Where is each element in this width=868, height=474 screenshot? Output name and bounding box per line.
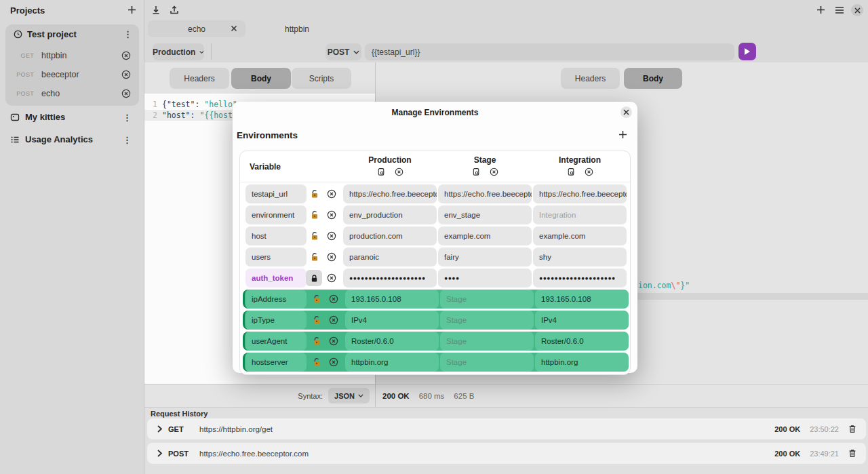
environment-selector[interactable]: Production xyxy=(153,43,204,60)
variable-name-input[interactable]: ipAddress xyxy=(245,290,307,309)
variable-name-input[interactable]: testapi_url xyxy=(245,184,307,203)
variable-name-input[interactable]: auth_token xyxy=(245,269,307,288)
stage-value-input[interactable]: Stage xyxy=(440,290,534,309)
delete-variable-icon[interactable] xyxy=(329,357,338,367)
usage-analytics-menu-icon[interactable]: ⋮ xyxy=(123,136,132,145)
integration-value-input[interactable]: shy xyxy=(533,248,627,266)
delete-variable-icon[interactable] xyxy=(327,189,336,199)
tab-response-headers[interactable]: Headers xyxy=(561,68,620,89)
history-row[interactable]: GET https://httpbin.org/get 200 OK 23:50… xyxy=(147,418,866,439)
integration-value-input[interactable]: IPv4 xyxy=(535,311,629,330)
lock-open-icon[interactable] xyxy=(310,231,319,241)
production-value-input[interactable]: IPv4 xyxy=(345,311,439,330)
tab-httpbin[interactable]: httpbin xyxy=(248,20,346,37)
production-value-input[interactable]: ●●●●●●●●●●●●●●●●●●●● xyxy=(343,269,437,288)
environment-variable-row: users paranoic fairy shy xyxy=(243,248,627,266)
remove-icon[interactable] xyxy=(121,70,131,79)
delete-variable-icon[interactable] xyxy=(327,231,336,241)
delete-variable-icon[interactable] xyxy=(327,252,336,262)
production-value-input[interactable]: httpbin.org xyxy=(345,353,439,372)
variable-name-input[interactable]: host xyxy=(245,226,307,245)
add-tab-button[interactable] xyxy=(816,5,826,15)
variable-name-input[interactable]: environment xyxy=(245,205,307,224)
production-value-input[interactable]: production.com xyxy=(343,226,437,245)
variable-name-input[interactable]: users xyxy=(245,248,307,266)
integration-value-input[interactable]: ●●●●●●●●●●●●●●●●●●●● xyxy=(533,269,627,288)
modal-close-button[interactable] xyxy=(620,106,632,118)
delete-variable-icon[interactable] xyxy=(327,273,336,283)
production-value-input[interactable]: 193.165.0.108 xyxy=(345,290,439,309)
tab-request-headers[interactable]: Headers xyxy=(170,68,229,89)
integration-value-input[interactable]: Integration xyxy=(533,205,627,224)
lock-open-icon[interactable] xyxy=(310,210,319,220)
stage-value-input[interactable]: env_stage xyxy=(438,205,532,224)
remove-icon[interactable] xyxy=(121,89,131,98)
duplicate-environment-icon[interactable] xyxy=(472,167,481,176)
production-value-input[interactable]: env_production xyxy=(343,205,437,224)
sidebar-item-beeceptor[interactable]: POST beeceptor xyxy=(5,66,139,83)
stage-value-input[interactable]: Stage xyxy=(440,332,534,351)
chevron-right-icon[interactable] xyxy=(157,450,163,457)
delete-environment-icon[interactable] xyxy=(395,167,403,176)
delete-variable-icon[interactable] xyxy=(327,210,336,220)
stage-value-input[interactable]: example.com xyxy=(438,226,532,245)
url-input[interactable]: {{testapi_url}} xyxy=(365,43,734,60)
integration-value-input[interactable]: https://echo.free.beecepto xyxy=(533,184,627,203)
remove-icon[interactable] xyxy=(121,51,131,60)
tab-request-body[interactable]: Body xyxy=(231,68,291,89)
sidebar-item-usage-analytics[interactable]: Usage Analytics xyxy=(10,134,93,144)
delete-environment-icon[interactable] xyxy=(585,167,593,176)
lock-open-icon[interactable] xyxy=(310,252,319,262)
chevron-right-icon[interactable] xyxy=(157,425,163,433)
variable-name-input[interactable]: hostserver xyxy=(245,353,307,372)
production-value-input[interactable]: https://echo.free.beecepto xyxy=(343,184,437,203)
menu-icon[interactable] xyxy=(834,5,845,15)
lock-open-icon[interactable] xyxy=(312,315,321,325)
delete-variable-icon[interactable] xyxy=(329,315,338,325)
variable-name-input[interactable]: userAgent xyxy=(245,332,307,351)
tab-request-scripts[interactable]: Scripts xyxy=(292,68,351,89)
tab-response-body[interactable]: Body xyxy=(624,68,682,89)
sidebar-item-echo[interactable]: POST echo xyxy=(5,85,139,102)
trash-icon[interactable] xyxy=(848,424,856,433)
project-menu-icon[interactable]: ⋮ xyxy=(123,30,132,39)
delete-environment-icon[interactable] xyxy=(490,167,498,176)
close-tab-icon[interactable] xyxy=(231,25,237,32)
send-request-button[interactable] xyxy=(738,43,756,60)
history-row[interactable]: POST https://echo.free.beeceptor.com 200… xyxy=(147,443,866,464)
my-kitties-menu-icon[interactable]: ⋮ xyxy=(123,113,132,123)
trash-icon[interactable] xyxy=(848,449,856,458)
stage-value-input[interactable]: ●●●● xyxy=(438,269,532,288)
delete-variable-icon[interactable] xyxy=(329,294,338,304)
integration-value-input[interactable]: Roster/0.6.0 xyxy=(535,332,629,351)
add-environment-button[interactable] xyxy=(618,130,628,140)
tab-echo[interactable]: echo xyxy=(148,20,245,37)
stage-value-input[interactable]: https://echo.free.beecepto xyxy=(438,184,532,203)
duplicate-environment-icon[interactable] xyxy=(377,167,386,176)
add-project-button[interactable] xyxy=(127,5,137,15)
lock-open-icon[interactable] xyxy=(310,189,319,199)
production-value-input[interactable]: Roster/0.6.0 xyxy=(345,332,439,351)
upload-icon[interactable] xyxy=(169,5,180,16)
lock-open-icon[interactable] xyxy=(312,357,321,367)
integration-value-input[interactable]: example.com xyxy=(533,226,627,245)
variable-name-input[interactable]: ipType xyxy=(245,311,307,330)
download-icon[interactable] xyxy=(151,5,161,16)
lock-open-icon[interactable] xyxy=(312,336,321,346)
sidebar-item-my-kitties[interactable]: My kitties xyxy=(10,112,65,122)
stage-value-input[interactable]: Stage xyxy=(440,353,534,372)
delete-variable-icon[interactable] xyxy=(329,336,338,346)
syntax-selector[interactable]: JSON xyxy=(328,388,370,403)
integration-value-input[interactable]: httpbin.org xyxy=(535,353,629,372)
method-selector[interactable]: POST xyxy=(326,43,361,60)
lock-closed-button[interactable] xyxy=(306,270,322,286)
duplicate-environment-icon[interactable] xyxy=(567,167,576,176)
integration-value-input[interactable]: 193.165.0.108 xyxy=(535,290,629,309)
stage-value-input[interactable]: fairy xyxy=(438,248,532,266)
production-value-input[interactable]: paranoic xyxy=(343,248,437,266)
stage-value-input[interactable]: Stage xyxy=(440,311,534,330)
lock-open-icon[interactable] xyxy=(312,294,321,304)
window-close-button[interactable] xyxy=(851,4,863,16)
sidebar-item-httpbin[interactable]: GET httpbin xyxy=(5,47,139,64)
project-card[interactable]: Test project ⋮ GET httpbin POST beecepto… xyxy=(5,24,139,106)
